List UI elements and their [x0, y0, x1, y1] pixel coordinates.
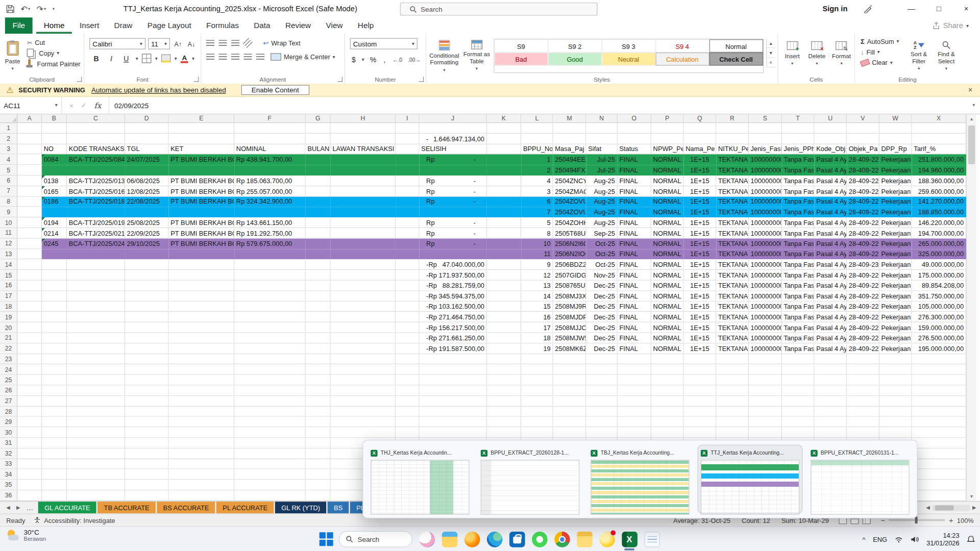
security-warning-message[interactable]: Automatic update of links has been disab…	[91, 86, 226, 94]
cell-H14[interactable]	[331, 260, 396, 270]
cell-A24[interactable]	[17, 364, 42, 375]
cell-X1[interactable]	[912, 123, 967, 134]
cell-N13[interactable]: Oct-25	[586, 249, 618, 260]
cell-B27[interactable]	[42, 396, 67, 407]
cell-D21[interactable]	[125, 333, 169, 344]
cell-F27[interactable]	[234, 396, 306, 407]
cell-T8[interactable]: Tanpa Fas	[782, 196, 815, 207]
select-all-button[interactable]	[0, 114, 17, 123]
cell-L15[interactable]: 12	[521, 270, 553, 281]
cell-R24[interactable]	[716, 364, 749, 375]
cell-L30[interactable]	[521, 428, 553, 438]
cell-A21[interactable]	[17, 333, 42, 344]
cell-D15[interactable]	[125, 270, 169, 281]
cell-B6[interactable]: 0138	[42, 176, 67, 186]
cell-A5[interactable]	[17, 165, 42, 176]
cell-Q10[interactable]: 1E+15	[684, 217, 717, 228]
cell-Q19[interactable]: 1E+15	[684, 312, 717, 322]
cell-U15[interactable]: Pasal 4 Ay	[815, 270, 847, 281]
cell-J30[interactable]	[420, 428, 487, 438]
cell-G25[interactable]	[306, 375, 331, 386]
cell-K11[interactable]	[487, 228, 521, 239]
cell-D7[interactable]: 12/08/2025	[125, 186, 169, 197]
cell-F16[interactable]	[234, 281, 306, 291]
cell-M6[interactable]: 2504ZNCY	[553, 176, 586, 186]
cell-L25[interactable]	[521, 375, 553, 386]
comma-style-icon[interactable]: ,	[382, 55, 387, 65]
network-icon[interactable]	[895, 536, 903, 542]
row-header-14[interactable]: 14	[0, 260, 17, 270]
cell-M10[interactable]: 2504ZOHH	[553, 217, 586, 228]
tab-draw[interactable]: Draw	[107, 17, 140, 34]
sheet-tab-bs-accurate[interactable]: BS ACCURATE	[157, 502, 215, 513]
cell-C29[interactable]	[67, 417, 125, 428]
cell-D10[interactable]: 25/08/2025	[125, 217, 169, 228]
preview-card-3[interactable]: XTBJ_Kertas Kerja Accounting...	[588, 445, 692, 513]
cell-C24[interactable]	[67, 364, 125, 375]
cell-O6[interactable]: FINAL	[618, 176, 651, 186]
cell-B19[interactable]	[42, 312, 67, 322]
cell-J15[interactable]: -Rp171.937.500,00	[420, 270, 487, 281]
paste-button[interactable]: Paste ▾	[5, 37, 20, 71]
cell-U23[interactable]	[815, 354, 847, 365]
cell-C13[interactable]	[67, 249, 125, 260]
cell-I27[interactable]	[396, 396, 420, 407]
enter-check-icon[interactable]: ✓	[81, 101, 86, 109]
cell-G29[interactable]	[306, 417, 331, 428]
cell-B17[interactable]	[42, 291, 67, 302]
cell-D23[interactable]	[125, 354, 169, 365]
cell-C27[interactable]	[67, 396, 125, 407]
cell-J26[interactable]	[420, 385, 487, 396]
cell-D30[interactable]	[125, 428, 169, 438]
cell-T12[interactable]: Tanpa Fas	[782, 238, 815, 249]
cell-W29[interactable]	[879, 417, 912, 428]
cell-A20[interactable]	[17, 322, 42, 333]
cell-O13[interactable]: FINAL	[618, 249, 651, 260]
row-header-30[interactable]: 30	[0, 428, 17, 438]
cell-J1[interactable]	[420, 123, 487, 134]
cell-G16[interactable]	[306, 281, 331, 291]
column-header-V[interactable]: V	[847, 114, 879, 123]
cell-H4[interactable]	[331, 155, 396, 165]
cell-L5[interactable]: 2	[521, 165, 553, 176]
cell-X26[interactable]	[912, 385, 967, 396]
taskbar-notepad-button[interactable]	[642, 529, 662, 549]
cell-U20[interactable]: Pasal 4 Ay	[815, 322, 847, 333]
align-right-icon[interactable]	[231, 54, 239, 60]
cell-T9[interactable]: Tanpa Fas	[782, 207, 815, 218]
cell-S19[interactable]: 100000000	[749, 312, 782, 322]
cell-M30[interactable]	[553, 428, 586, 438]
cell-G17[interactable]	[306, 291, 331, 302]
cell-O2[interactable]	[618, 134, 651, 144]
cell-E20[interactable]	[169, 322, 235, 333]
cell-D22[interactable]	[125, 343, 169, 354]
cell-U12[interactable]: Pasal 4 Ay	[815, 238, 847, 249]
cell-H21[interactable]	[331, 333, 396, 344]
cell-W16[interactable]: Pekerjaan	[879, 281, 912, 291]
cell-A29[interactable]	[17, 417, 42, 428]
undo-button[interactable]: ↶▾	[20, 4, 30, 13]
sheet-tab-tb-accurate[interactable]: TB ACCURATE	[97, 502, 156, 513]
cell-C15[interactable]	[67, 270, 125, 281]
cell-V15[interactable]: 28-409-22	[847, 270, 879, 281]
cell-S12[interactable]: 100000000	[749, 238, 782, 249]
cell-O3[interactable]: Status	[618, 144, 651, 155]
cell-F34[interactable]	[234, 469, 306, 480]
cell-W1[interactable]	[879, 123, 912, 134]
cell-A27[interactable]	[17, 396, 42, 407]
cell-E10[interactable]: PT BUMI BERKAH BOG	[169, 217, 235, 228]
cell-E16[interactable]	[169, 281, 235, 291]
cell-B36[interactable]	[42, 490, 67, 501]
cell-O9[interactable]: FINAL	[618, 207, 651, 218]
cell-J21[interactable]: -Rp271.661.250,00	[420, 333, 487, 344]
align-bottom-icon[interactable]	[231, 40, 239, 46]
number-dialog-launcher[interactable]	[419, 77, 424, 82]
cell-C30[interactable]	[67, 428, 125, 438]
gallery-more-button[interactable]: ≡	[767, 58, 775, 67]
cell-S21[interactable]: 100000000	[749, 333, 782, 344]
font-color-icon[interactable]: A	[181, 54, 188, 63]
column-header-N[interactable]: N	[586, 114, 618, 123]
cell-C14[interactable]	[67, 260, 125, 270]
cell-G28[interactable]	[306, 407, 331, 417]
cell-A14[interactable]	[17, 260, 42, 270]
